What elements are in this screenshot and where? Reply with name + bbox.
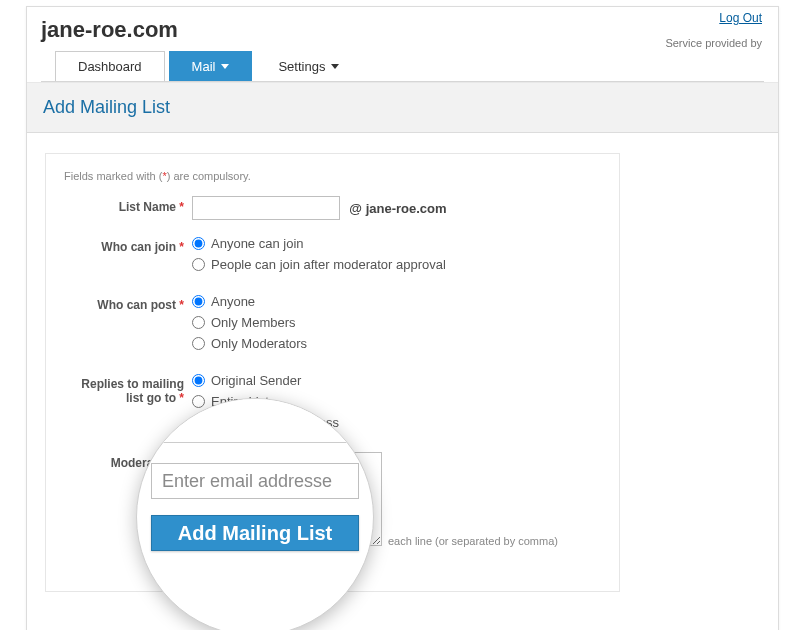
radio-post-anyone[interactable] (192, 295, 205, 308)
radio-reply-sender-label: Original Sender (211, 373, 301, 388)
add-mailing-list-button[interactable]: Add Mailing List (151, 515, 359, 551)
radio-join-anyone-label: Anyone can join (211, 236, 304, 251)
nav-tabs: Dashboard Mail Settings (41, 51, 764, 82)
list-name-suffix: @ jane-roe.com (349, 201, 446, 216)
radio-join-anyone[interactable] (192, 237, 205, 250)
radio-post-moderators[interactable] (192, 337, 205, 350)
compulsory-hint: Fields marked with (*) are compulsory. (64, 170, 601, 182)
tab-settings[interactable]: Settings (256, 52, 361, 81)
chevron-down-icon (221, 64, 229, 69)
chevron-down-icon (331, 64, 339, 69)
tab-mail[interactable]: Mail (169, 51, 253, 81)
domain-title: jane-roe.com (41, 17, 764, 43)
radio-reply-sender[interactable] (192, 374, 205, 387)
radio-post-members[interactable] (192, 316, 205, 329)
radio-post-moderators-label: Only Moderators (211, 336, 307, 351)
tab-settings-label: Settings (278, 59, 325, 74)
radio-post-members-label: Only Members (211, 315, 296, 330)
magnifier-lens: Enter email addresse Add Mailing List (136, 398, 374, 630)
page-title-bar: Add Mailing List (27, 82, 778, 133)
lens-email-input[interactable]: Enter email addresse (151, 463, 359, 499)
radio-join-moderator-label: People can join after moderator approval (211, 257, 446, 272)
label-replies-to: Replies to mailinglist go to * (64, 373, 192, 436)
label-list-name: List Name * (64, 196, 192, 220)
tab-dashboard[interactable]: Dashboard (55, 51, 165, 81)
radio-post-anyone-label: Anyone (211, 294, 255, 309)
radio-reply-list[interactable] (192, 395, 205, 408)
tab-dashboard-label: Dashboard (78, 59, 142, 74)
add-mailing-list-button-label: Add Mailing List (178, 522, 332, 545)
service-provided-by: Service provided by (665, 37, 762, 49)
label-who-can-post: Who can post * (64, 294, 192, 357)
tab-mail-label: Mail (192, 59, 216, 74)
label-who-can-join: Who can join * (64, 236, 192, 278)
page-title: Add Mailing List (43, 97, 762, 118)
logout-link[interactable]: Log Out (719, 11, 762, 25)
list-name-input[interactable] (192, 196, 340, 220)
lens-placeholder: Enter email addresse (162, 471, 332, 492)
moderators-hint: each line (or separated by comma) (388, 535, 601, 547)
radio-join-moderator[interactable] (192, 258, 205, 271)
